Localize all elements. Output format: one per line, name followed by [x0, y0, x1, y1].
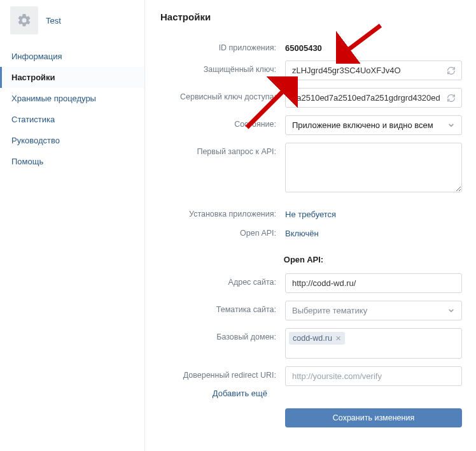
site-address-label: Адрес сайта: — [145, 273, 285, 287]
close-icon[interactable]: ✕ — [335, 334, 341, 343]
refresh-icon[interactable] — [446, 93, 456, 103]
openapi-value-link[interactable]: Включён — [285, 224, 462, 238]
page-title: Настройки — [160, 11, 462, 22]
domain-tag: codd-wd.ru ✕ — [289, 332, 345, 345]
secret-key-input[interactable] — [285, 61, 462, 80]
sidebar-menu: Информация Настройки Хранимые процедуры … — [0, 46, 144, 172]
first-request-label: Первый запрос к API: — [145, 143, 285, 156]
install-label: Установка приложения: — [145, 205, 285, 218]
base-domain-label: Базовый домен: — [145, 328, 285, 341]
openapi-section-header: Open API: — [145, 255, 462, 264]
site-theme-select[interactable]: Выберите тематику — [285, 301, 462, 320]
state-select[interactable]: Приложение включено и видно всем — [285, 115, 462, 135]
secret-key-label: Защищённый ключ: — [145, 61, 285, 74]
redirect-uri-input[interactable] — [285, 366, 462, 386]
app-name[interactable]: Test — [46, 16, 61, 25]
state-label: Состояние: — [145, 115, 285, 129]
openapi-label: Open API: — [145, 224, 285, 238]
sidebar-item-stored-procedures[interactable]: Хранимые процедуры — [0, 88, 144, 109]
site-address-input[interactable] — [285, 273, 462, 293]
app-id-label: ID приложения: — [145, 39, 285, 52]
first-request-textarea[interactable] — [285, 143, 462, 192]
app-id-value: 65005430 — [285, 39, 462, 53]
sidebar-item-info[interactable]: Информация — [0, 46, 144, 67]
sidebar-item-stats[interactable]: Статистика — [0, 109, 144, 130]
sidebar-header: Test — [0, 0, 144, 46]
sidebar: Test Информация Настройки Хранимые проце… — [0, 0, 145, 451]
service-key-input[interactable] — [285, 88, 462, 108]
sidebar-item-settings[interactable]: Настройки — [0, 67, 144, 88]
save-button[interactable]: Сохранить изменения — [285, 408, 462, 427]
add-more-link[interactable]: Добавить ещё — [145, 387, 276, 398]
service-key-label: Сервисный ключ доступа: — [145, 88, 285, 101]
base-domain-input[interactable]: codd-wd.ru ✕ — [285, 328, 462, 359]
install-value-link[interactable]: Не требуется — [285, 205, 462, 219]
gear-icon — [10, 6, 38, 34]
refresh-icon[interactable] — [446, 66, 456, 76]
sidebar-item-help[interactable]: Помощь — [0, 151, 144, 172]
sidebar-item-guide[interactable]: Руководство — [0, 130, 144, 151]
site-theme-label: Тематика сайта: — [145, 301, 285, 314]
main-content: Настройки ID приложения: 65005430 Защищё… — [145, 0, 476, 451]
redirect-uri-label: Доверенный redirect URI: — [145, 366, 285, 380]
